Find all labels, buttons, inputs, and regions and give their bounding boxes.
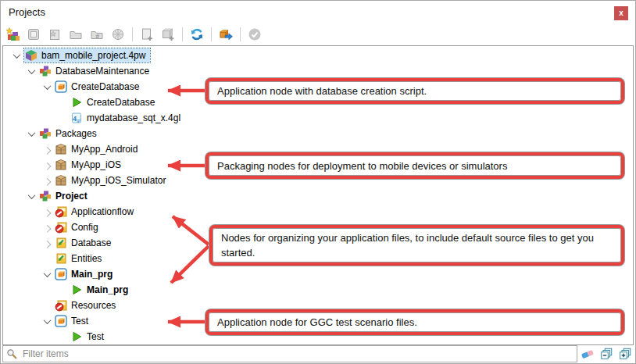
chevron-down-icon[interactable] bbox=[24, 65, 39, 77]
close-icon: x bbox=[619, 9, 623, 17]
toolbar-separator bbox=[132, 27, 133, 41]
close-button[interactable]: x bbox=[614, 6, 628, 20]
callout-text: Application node for GGC test scenario f… bbox=[217, 316, 417, 328]
tree-node-label: Resources bbox=[71, 300, 117, 311]
tree-node-label: Main_prg bbox=[87, 284, 130, 295]
tree-row-databasemaintenance[interactable]: DatabaseMaintenance bbox=[3, 63, 633, 79]
projects-panel: Projects x # bam_mobile_project.4pw bbox=[0, 0, 636, 364]
validate-icon[interactable] bbox=[246, 26, 263, 43]
chevron-down-icon[interactable] bbox=[40, 315, 55, 327]
tree-node-label: MyApp_iOS bbox=[71, 159, 123, 170]
chevron-right-icon[interactable] bbox=[40, 143, 55, 155]
chevron-down-icon[interactable] bbox=[40, 80, 55, 93]
new-document-icon[interactable] bbox=[25, 26, 42, 43]
package-box-icon bbox=[55, 159, 67, 171]
toolbar-separator bbox=[182, 27, 183, 41]
new-project-icon[interactable] bbox=[4, 26, 21, 43]
callout-application-node: Application node with database creation … bbox=[205, 78, 624, 104]
callout-packaging-nodes: Packaging nodes for deployment to mobile… bbox=[205, 152, 624, 179]
filter-input-box bbox=[2, 345, 577, 362]
collapse-all-icon[interactable] bbox=[597, 345, 615, 362]
tree-row-packages[interactable]: Packages bbox=[3, 126, 633, 141]
tree-node-label: Test bbox=[71, 316, 90, 327]
tree-node-label: MyApp_Android bbox=[71, 144, 139, 155]
svg-text:gl: gl bbox=[77, 118, 80, 123]
search-icon bbox=[6, 348, 17, 359]
expand-all-icon[interactable] bbox=[616, 345, 634, 362]
tree-node-label: Test bbox=[87, 331, 105, 342]
expander-spacer bbox=[40, 299, 55, 312]
application-node-icon bbox=[55, 80, 67, 93]
tree-row-main-prg-app[interactable]: Main_prg bbox=[3, 282, 633, 298]
tree-node-label: Packages bbox=[55, 128, 98, 139]
tree-row-applicationflow[interactable]: Applicationflow bbox=[3, 204, 633, 219]
group-cubes-icon bbox=[39, 65, 52, 77]
tree-node-label: mydatabase_sqt_x.4gl bbox=[87, 112, 182, 123]
callout-text: Nodes for organizing your application fi… bbox=[221, 230, 595, 260]
filter-input[interactable] bbox=[21, 348, 577, 360]
new-group-icon[interactable] bbox=[67, 26, 84, 43]
clear-filter-icon[interactable] bbox=[578, 345, 596, 362]
chevron-right-icon[interactable] bbox=[40, 221, 55, 234]
tree-row-project-group[interactable]: Project bbox=[3, 188, 633, 204]
group-cubes-icon bbox=[39, 127, 52, 140]
toolbar-separator bbox=[240, 27, 241, 41]
tree-node-label: MyApp_iOS_Simulator bbox=[71, 175, 167, 186]
callout-text: Application node with database creation … bbox=[217, 85, 427, 97]
expander-spacer bbox=[55, 112, 70, 124]
tree-node-label: Config bbox=[71, 222, 100, 233]
new-item-icon[interactable] bbox=[46, 26, 63, 43]
chevron-down-icon[interactable] bbox=[9, 49, 24, 62]
tree-node-label: Project bbox=[55, 191, 89, 202]
tree-node-label: DatabaseMaintenance bbox=[55, 66, 151, 77]
toolbar-separator bbox=[211, 27, 212, 41]
chevron-right-icon[interactable] bbox=[40, 174, 55, 187]
package-box-icon bbox=[55, 143, 67, 155]
tree-row-main-prg[interactable]: Main_prg bbox=[3, 266, 633, 282]
expander-spacer bbox=[55, 284, 70, 296]
virtual-folder-arrow-icon bbox=[55, 237, 67, 249]
tree-row-mydatabase-file[interactable]: 4gl mydatabase_sqt_x.4gl bbox=[3, 110, 633, 126]
selected-node: bam_mobile_project.4pw bbox=[24, 48, 150, 62]
virtual-folder-blocked-icon bbox=[55, 299, 67, 312]
tree-node-label: Applicationflow bbox=[71, 206, 135, 217]
virtual-folder-arrow-icon bbox=[55, 252, 67, 265]
package-box-icon bbox=[55, 174, 67, 187]
tree-node-label: Entities bbox=[71, 253, 103, 264]
application-node-icon bbox=[55, 315, 67, 327]
chevron-right-icon[interactable] bbox=[40, 159, 55, 171]
expander-spacer bbox=[55, 96, 70, 109]
tree-node-label: CreateDatabase bbox=[71, 81, 141, 92]
new-package-icon[interactable] bbox=[109, 26, 127, 43]
deploy-icon[interactable] bbox=[217, 26, 234, 43]
tree-node-label: CreateDatabase bbox=[87, 97, 156, 108]
toolbar: # bbox=[4, 24, 632, 45]
svg-text:#: # bbox=[96, 33, 100, 40]
chevron-down-icon[interactable] bbox=[40, 268, 55, 280]
callout-test-node: Application node for GGC test scenario f… bbox=[205, 309, 624, 335]
filter-bar bbox=[2, 345, 634, 362]
chevron-down-icon[interactable] bbox=[24, 127, 39, 140]
group-cubes-icon bbox=[39, 190, 52, 202]
refresh-icon[interactable] bbox=[188, 26, 205, 43]
add-package-icon[interactable] bbox=[159, 26, 177, 43]
tree-row-project-file[interactable]: bam_mobile_project.4pw bbox=[3, 48, 633, 63]
play-icon bbox=[70, 284, 83, 296]
application-node-icon bbox=[55, 268, 67, 280]
callout-organizing-nodes: Nodes for organizing your application fi… bbox=[209, 225, 624, 266]
new-config-icon[interactable]: # bbox=[88, 26, 105, 43]
tree-node-label: Main_prg bbox=[71, 269, 114, 280]
chevron-right-icon[interactable] bbox=[40, 205, 55, 218]
chevron-right-icon[interactable] bbox=[40, 237, 55, 249]
tree-node-label: bam_mobile_project.4pw bbox=[41, 50, 147, 61]
project-cube-icon bbox=[25, 49, 38, 62]
callout-text: Packaging nodes for deployment to mobile… bbox=[217, 160, 507, 172]
tree-node-label: Database bbox=[71, 237, 113, 248]
add-file-icon[interactable] bbox=[138, 26, 155, 43]
chevron-down-icon[interactable] bbox=[24, 190, 39, 202]
play-icon bbox=[70, 330, 83, 343]
panel-title: Projects bbox=[9, 6, 45, 18]
title-bar: Projects x bbox=[1, 1, 635, 24]
expander-spacer bbox=[55, 330, 70, 343]
virtual-folder-blocked-icon bbox=[55, 221, 67, 234]
